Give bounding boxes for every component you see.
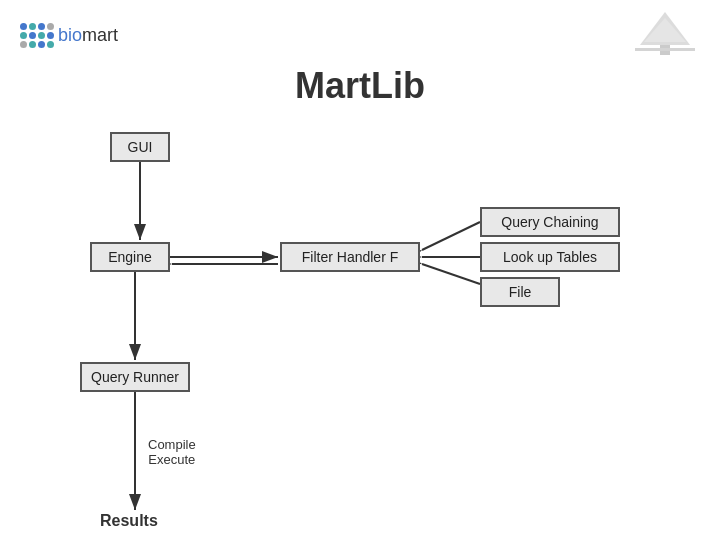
filter-handler-box: Filter Handler F — [280, 242, 420, 272]
arrows-svg — [0, 122, 720, 540]
dot-3 — [38, 23, 45, 30]
dot-2 — [29, 23, 36, 30]
svg-rect-3 — [635, 48, 695, 51]
header: biomart — [0, 0, 720, 60]
diagram: GUI Engine Filter Handler F Query Chaini… — [0, 122, 720, 540]
svg-marker-2 — [644, 18, 686, 42]
biomart-logo: biomart — [20, 23, 118, 48]
dot-12 — [47, 41, 54, 48]
dot-7 — [38, 32, 45, 39]
query-runner-box: Query Runner — [80, 362, 190, 392]
file-box: File — [480, 277, 560, 307]
dot-10 — [29, 41, 36, 48]
lookup-tables-box: Look up Tables — [480, 242, 620, 272]
logo-text: biomart — [58, 25, 118, 46]
svg-line-9 — [422, 222, 480, 250]
dot-9 — [20, 41, 27, 48]
dot-6 — [29, 32, 36, 39]
dot-8 — [47, 32, 54, 39]
page-title: MartLib — [0, 65, 720, 107]
gui-box: GUI — [110, 132, 170, 162]
compile-execute-label: CompileExecute — [148, 437, 196, 467]
dot-4 — [47, 23, 54, 30]
results-label: Results — [100, 512, 158, 530]
logo-dots — [20, 23, 54, 48]
engine-box: Engine — [90, 242, 170, 272]
dot-11 — [38, 41, 45, 48]
svg-line-11 — [422, 264, 480, 284]
tree-icon — [630, 10, 700, 60]
query-chaining-box: Query Chaining — [480, 207, 620, 237]
dot-5 — [20, 32, 27, 39]
dot-1 — [20, 23, 27, 30]
